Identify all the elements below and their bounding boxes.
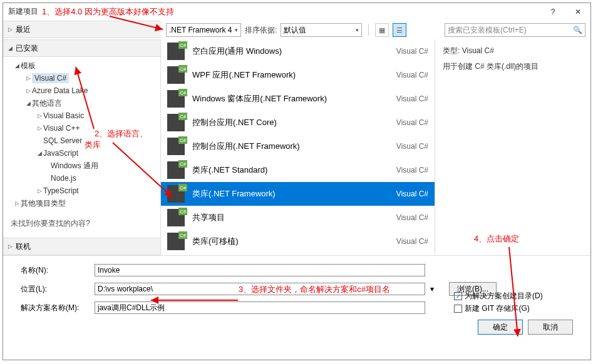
section-installed[interactable]: ◢ 已安装 [3, 39, 160, 57]
tree-vcpp[interactable]: ▷Visual C++ [3, 122, 160, 134]
tree-sql[interactable]: SQL Server [3, 134, 160, 147]
section-installed-label: 已安装 [16, 43, 38, 54]
template-item[interactable]: C#共享项目Visual C# [161, 206, 435, 230]
section-recent[interactable]: ▷ 最近 [3, 21, 161, 38]
template-name: 类库(.NET Standard) [192, 164, 389, 176]
section-online[interactable]: ▷ 联机 [3, 238, 160, 255]
chevron-down-icon: ◢ [8, 45, 16, 51]
template-icon: C# [167, 66, 185, 84]
tree-nodejs[interactable]: Node.js [3, 172, 160, 185]
type-value: Visual C# [462, 46, 494, 55]
template-icon: C# [167, 90, 185, 108]
not-found-text: 未找到你要查找的内容? [3, 215, 160, 233]
template-name: 类库(可移植) [192, 236, 389, 247]
details-pane: 类型: Visual C# 用于创建 C# 类库(.dll)的项目 [435, 39, 590, 255]
template-item[interactable]: C#控制台应用(.NET Core)Visual C# [161, 111, 435, 134]
template-name: 类库(.NET Framework) [192, 188, 389, 200]
template-item[interactable]: C#控制台应用(.NET Framework)Visual C# [161, 134, 435, 158]
ok-button[interactable]: 确定 [478, 320, 523, 335]
section-recent-label: 最近 [16, 24, 31, 35]
template-item[interactable]: C#WPF 应用(.NET Framework)Visual C# [161, 63, 435, 87]
location-label: 位置(L): [21, 284, 90, 295]
type-label: 类型: [443, 46, 460, 55]
sort-dropdown[interactable]: 默认值 ▾ [281, 23, 362, 37]
tree-vb[interactable]: ▷Visual Basic [3, 109, 160, 122]
template-list: C#空白应用(通用 Windows)Visual C#C#WPF 应用(.NET… [161, 39, 435, 255]
template-icon: C# [167, 138, 185, 155]
section-online-label: 联机 [16, 241, 31, 252]
template-icon: C# [167, 209, 185, 226]
tree-js[interactable]: ◢JavaScript [3, 147, 160, 159]
tree-azure[interactable]: ▷Azure Data Lake [3, 84, 160, 97]
chevron-down-icon: ▾ [235, 27, 238, 33]
view-list-button[interactable]: ☰ [393, 23, 406, 37]
template-lang: Visual C# [396, 71, 428, 79]
template-icon: C# [167, 43, 185, 60]
template-item[interactable]: C#类库(.NET Framework)Visual C# [161, 182, 435, 206]
framework-value: .NET Framework 4 [169, 26, 232, 34]
sort-label: 排序依据: [245, 25, 277, 36]
template-item[interactable]: C#类库(.NET Standard)Visual C# [161, 158, 435, 182]
name-label: 名称(N): [21, 265, 90, 276]
template-description: 用于创建 C# 类库(.dll)的项目 [443, 61, 583, 72]
solution-label: 解决方案名称(M): [21, 303, 90, 313]
location-dropdown[interactable]: ▾ [430, 285, 444, 293]
template-item[interactable]: C#空白应用(通用 Windows)Visual C# [161, 39, 435, 63]
left-pane: ◢ 已安装 ◢模板 ▷Visual C# ▷Azure Data Lake ◢其… [3, 39, 161, 255]
template-item[interactable]: C#类库(可移植)Visual C# [161, 230, 435, 253]
chevron-right-icon: ▷ [8, 243, 16, 250]
create-dir-checkbox[interactable]: ✓ [454, 292, 462, 300]
template-name: WPF 应用(.NET Framework) [192, 69, 389, 81]
chevron-down-icon: ▾ [356, 27, 359, 33]
template-lang: Visual C# [396, 213, 428, 222]
tree-templates[interactable]: ◢模板 [3, 59, 160, 72]
framework-dropdown[interactable]: .NET Framework 4 ▾ [166, 23, 241, 37]
name-input[interactable] [95, 264, 425, 276]
cancel-button[interactable]: 取消 [528, 320, 573, 335]
template-name: Windows 窗体应用(.NET Framework) [192, 93, 389, 104]
template-lang: Visual C# [396, 237, 428, 246]
template-name: 空白应用(通用 Windows) [192, 46, 389, 57]
view-tiles-button[interactable]: ▦ [375, 23, 389, 37]
template-icon: C# [167, 114, 185, 131]
titlebar: 新建项目 ? ✕ [3, 3, 590, 21]
help-button[interactable]: ? [540, 3, 565, 21]
tree-winuniversal[interactable]: Windows 通用 [3, 159, 160, 172]
tree-ts[interactable]: ▷TypeScript [3, 185, 160, 197]
close-button[interactable]: ✕ [565, 3, 590, 21]
sort-value: 默认值 [284, 25, 306, 36]
template-lang: Visual C# [396, 166, 428, 174]
tree-otherlang[interactable]: ◢其他语言 [3, 97, 160, 109]
template-lang: Visual C# [396, 190, 428, 198]
template-name: 控制台应用(.NET Framework) [192, 141, 389, 152]
search-input[interactable]: 搜索已安装模板(Ctrl+E) 🔍 [445, 23, 585, 37]
template-item[interactable]: C#Windows 运行时组件(通用 Windows)Visual C# [161, 253, 435, 255]
location-input[interactable] [95, 283, 425, 295]
template-icon: C# [167, 185, 185, 203]
template-name: 控制台应用(.NET Core) [192, 117, 389, 128]
template-icon: C# [167, 161, 185, 179]
search-placeholder: 搜索已安装模板(Ctrl+E) [448, 25, 527, 36]
template-lang: Visual C# [396, 118, 428, 127]
template-item[interactable]: C#Windows 窗体应用(.NET Framework)Visual C# [161, 87, 435, 111]
solution-input[interactable] [95, 301, 425, 314]
chevron-right-icon: ▷ [8, 26, 16, 33]
bottom-form: 名称(N): 位置(L): ▾ 浏览(B)... 解决方案名称(M): ✓ 为解… [3, 255, 590, 347]
open-installer-link[interactable]: 打开 Visual Studio 安装程序 [3, 233, 160, 238]
tree-othertypes[interactable]: ▷其他项目类型 [3, 197, 160, 210]
template-lang: Visual C# [396, 142, 428, 151]
template-lang: Visual C# [396, 94, 428, 103]
window-title: 新建项目 [8, 6, 540, 17]
tree-visual-csharp[interactable]: ▷Visual C# [3, 72, 160, 84]
search-icon: 🔍 [573, 26, 582, 34]
template-icon: C# [167, 233, 185, 250]
template-lang: Visual C# [396, 47, 428, 56]
template-name: 共享项目 [192, 212, 389, 223]
